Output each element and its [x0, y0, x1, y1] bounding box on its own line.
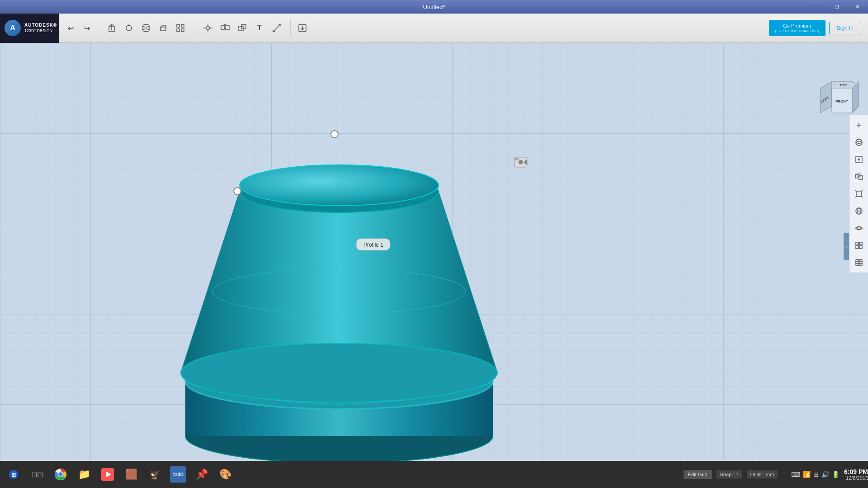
minimize-btn[interactable]: — [806, 0, 826, 14]
svg-rect-20 [221, 26, 225, 29]
product-name: 123D° DESIGN [24, 28, 52, 33]
premium-sub-label: (FOR COMMERCIAL USE) [775, 29, 819, 33]
boolean-icon[interactable] [234, 20, 250, 36]
title-bar: Untitled* — ❐ ✕ [0, 0, 868, 14]
svg-line-61 [855, 197, 856, 197]
taskbar-files[interactable]: 📁 [73, 463, 95, 486]
edit-grid-button[interactable]: Edit Grid [684, 470, 712, 479]
measure-icon[interactable] [269, 20, 285, 36]
tools-group: T [198, 20, 287, 36]
svg-rect-58 [856, 191, 862, 197]
clock-time: 6:09 PM [844, 468, 868, 475]
collapse-handle[interactable]: ‹ [844, 233, 849, 260]
taskbar-palette[interactable]: 🎨 [214, 463, 236, 486]
svg-rect-9 [160, 27, 166, 31]
extrude-icon[interactable] [155, 20, 171, 36]
redo-btn[interactable]: ↪ [80, 21, 94, 35]
taskbar-start[interactable]: ⊞ [2, 463, 25, 486]
svg-text:Profile 1: Profile 1 [363, 242, 383, 248]
battery-icon: 🔋 [832, 471, 840, 478]
svg-rect-21 [226, 26, 229, 29]
taskbar-icons: ⊞ ⊡⊡ 📁 🟫 🦅 123D [0, 463, 684, 486]
view-cube-svg: TOP LEFT FRONT [818, 79, 859, 120]
visibility-btn[interactable] [851, 220, 867, 236]
taskbar-task-view[interactable]: ⊡⊡ [26, 463, 48, 486]
toolbar-left: ↩ ↪ [59, 19, 315, 37]
undo-btn[interactable]: ↩ [63, 21, 78, 35]
zoom-in-btn[interactable]: ✛ [851, 117, 867, 133]
perspective-btn[interactable] [851, 203, 867, 219]
taskbar-123d[interactable]: 123D [167, 463, 189, 486]
svg-text:⊞: ⊞ [11, 472, 16, 478]
toolbar: A AUTODESK® 123D° DESIGN ▾ ↩ ↪ [0, 14, 868, 43]
grid-view-btn[interactable] [851, 237, 867, 253]
sep1 [98, 19, 98, 37]
svg-rect-11 [177, 24, 179, 27]
3d-shape: Profile 1 [136, 66, 542, 472]
sketch-icon[interactable] [121, 20, 137, 36]
svg-point-41 [519, 160, 523, 164]
taskbar-media[interactable] [96, 463, 119, 486]
taskbar-sys: ⌨ 📶 ⊞ 🔊 🔋 [787, 471, 844, 478]
sep3 [290, 19, 291, 37]
close-btn[interactable]: ✕ [847, 0, 868, 14]
svg-rect-22 [239, 26, 243, 31]
svg-rect-67 [856, 242, 859, 245]
svg-point-37 [234, 188, 241, 195]
restore-btn[interactable]: ❐ [826, 0, 847, 14]
logo-area[interactable]: A AUTODESK® 123D° DESIGN ▾ [0, 14, 59, 43]
network-icon: 📶 [803, 471, 811, 478]
box-icon[interactable] [104, 20, 120, 36]
clock-date: 12/8/2015 [844, 475, 868, 481]
svg-point-35 [240, 165, 439, 206]
status-right: Edit Grid Snap : 1 Units : mm [684, 470, 787, 479]
go-premium-button[interactable]: Go Premium (FOR COMMERCIAL USE) [769, 20, 826, 37]
svg-rect-13 [177, 29, 179, 32]
snap-display: Snap : 1 [717, 470, 742, 479]
snap-icon[interactable] [200, 20, 216, 36]
shading-btn[interactable] [851, 254, 867, 271]
svg-text:FRONT: FRONT [835, 99, 848, 103]
view-cube[interactable]: TOP LEFT FRONT [818, 79, 859, 120]
svg-point-5 [143, 24, 149, 27]
taskbar-minecraft[interactable]: 🟫 [120, 463, 142, 486]
taskbar-sticky[interactable]: 📌 [190, 463, 213, 486]
svg-rect-69 [856, 246, 859, 249]
text-icon[interactable]: T [251, 20, 268, 36]
title-bar-controls: — ❐ ✕ [806, 0, 868, 14]
svg-rect-70 [859, 246, 862, 249]
taskbar-chrome[interactable] [49, 463, 72, 486]
pattern-icon[interactable] [172, 20, 189, 36]
svg-rect-14 [181, 29, 184, 32]
svg-point-15 [206, 26, 210, 30]
volume-icon: 🔊 [821, 471, 829, 478]
clock-area: 6:09 PM 12/8/2015 [844, 468, 868, 481]
windows-icon: ⊞ [813, 471, 819, 478]
taskbar-bird[interactable]: 🦅 [143, 463, 166, 486]
svg-text:TOP: TOP [840, 83, 847, 87]
group-icon[interactable] [217, 20, 233, 36]
sign-in-button[interactable]: Sign In [829, 22, 861, 34]
status-bar: ⊞ ⊡⊡ 📁 🟫 🦅 123D [0, 461, 868, 488]
ortho-btn[interactable] [851, 186, 867, 202]
svg-point-2 [126, 25, 132, 31]
svg-rect-23 [241, 24, 246, 29]
autodesk-name: AUTODESK® [24, 23, 57, 28]
svg-rect-12 [181, 24, 184, 27]
import-icon[interactable] [294, 20, 311, 36]
svg-line-62 [862, 197, 863, 197]
cylinder-icon[interactable] [138, 20, 154, 36]
svg-line-59 [855, 190, 856, 191]
viewport[interactable]: Profile 1 TOP LEFT FRONT ✛ [0, 43, 868, 488]
svg-point-6 [143, 29, 149, 32]
svg-point-36 [331, 131, 338, 138]
svg-point-79 [58, 472, 63, 477]
zoom-fit-btn[interactable] [851, 151, 867, 168]
orbit-btn[interactable] [851, 134, 867, 150]
view-all-btn[interactable] [851, 169, 867, 185]
autodesk-logo: A [5, 20, 21, 36]
premium-area: Go Premium (FOR COMMERCIAL USE) Sign In [769, 20, 868, 37]
units-display: Units : mm [747, 470, 778, 479]
svg-point-32 [181, 343, 497, 402]
logo-text: AUTODESK® 123D° DESIGN [24, 22, 57, 33]
